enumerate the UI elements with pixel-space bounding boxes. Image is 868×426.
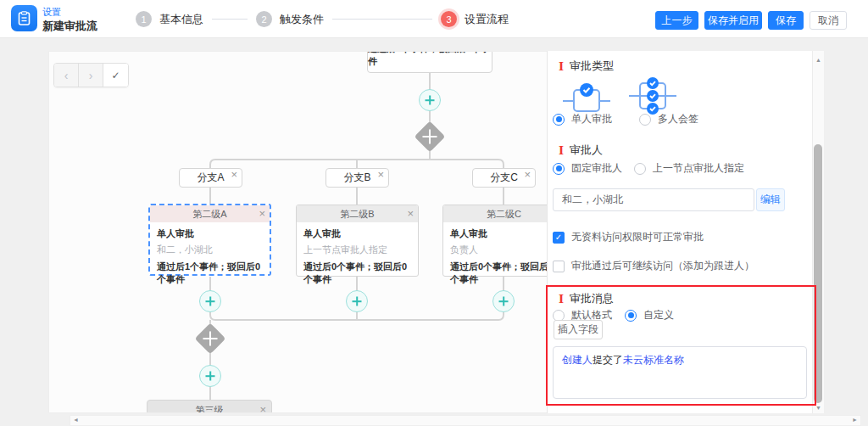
step-1-label: 基本信息 [159, 12, 203, 27]
radio-custom-format[interactable] [625, 310, 637, 322]
node-title: 第三级 [196, 404, 224, 414]
approval-type-section-title: I 审批类型 [559, 59, 614, 74]
card-events: 通过后1个事件；驳回后0个事件 [150, 256, 270, 286]
branch-merge-icon[interactable] [195, 323, 225, 354]
node-events-text: 通过后0个事件；驳回后0个事件 [368, 51, 492, 68]
step-2-label: 触发条件 [280, 12, 324, 27]
approval-type-options: 单人审批 多人会签 [553, 112, 698, 126]
approver-value: 和二，小湖北 [562, 193, 623, 207]
single-approval-icon [563, 79, 610, 113]
multi-countersign-icon [629, 75, 676, 115]
section-label: 审批消息 [570, 291, 614, 306]
add-node-button[interactable] [199, 290, 221, 312]
field-token: 未云标准名称 [623, 354, 684, 366]
prev-step-button[interactable]: 上一步 [655, 11, 698, 30]
no-permission-checkbox-row: ✓ 无资料访问权限时可正常审批 [553, 230, 704, 244]
card-assignee: 和二，小湖北 [150, 240, 270, 256]
required-icon: I [559, 293, 564, 305]
card-title: 第二级B [340, 208, 374, 221]
radio-label[interactable]: 固定审批人 [571, 161, 622, 176]
add-node-button[interactable] [492, 290, 515, 312]
add-node-button[interactable] [346, 290, 368, 312]
radio-single-approval[interactable] [553, 114, 565, 126]
approval-card-a[interactable]: 第二级A× 单人审批 和二，小湖北 通过后1个事件；驳回后0个事件 [148, 204, 271, 276]
step-3-circle: 3 [441, 11, 457, 27]
approver-section-title: I 审批人 [559, 143, 603, 158]
branch-label: 分支B [343, 171, 370, 185]
close-icon[interactable]: × [259, 208, 265, 219]
scroll-down-icon[interactable]: ▼ [815, 405, 821, 411]
checkbox-label[interactable]: 无资料访问权限时可正常审批 [571, 230, 704, 244]
card-events: 通过后0个事件；驳回后0个事件 [297, 256, 418, 286]
approval-message-section-title: I 审批消息 [559, 291, 614, 306]
app-logo-icon [11, 5, 37, 31]
section-label: 审批人 [570, 143, 603, 158]
card-assignee: 上一节点审批人指定 [297, 240, 418, 256]
radio-label[interactable]: 单人审批 [571, 112, 612, 126]
radio-multi-countersign[interactable] [639, 114, 651, 126]
step-3-label: 设置流程 [465, 12, 509, 27]
branch-split-icon[interactable] [415, 121, 445, 152]
radio-prev-node-approver[interactable] [634, 163, 646, 175]
field-token: 创建人 [562, 354, 593, 366]
step-indicator: 1 基本信息 2 触发条件 3 设置流程 [136, 0, 509, 38]
required-icon: I [559, 60, 564, 73]
step-divider [212, 19, 248, 20]
cancel-button[interactable]: 取消 [810, 11, 847, 30]
branch-label: 分支C [490, 171, 518, 185]
flow-node-level3[interactable]: 第三级 × [147, 400, 272, 413]
approver-input[interactable]: 和二，小湖北 [553, 188, 754, 211]
validate-button[interactable]: ✓ [103, 64, 128, 87]
card-title: 第二级A [192, 208, 226, 221]
checkbox-unchecked[interactable] [553, 261, 565, 272]
breadcrumb: 设置 [42, 6, 61, 19]
add-node-button[interactable] [419, 89, 441, 111]
close-icon[interactable]: × [377, 169, 384, 180]
undo-button[interactable]: ‹ [54, 64, 79, 87]
save-and-enable-button[interactable]: 保存并启用 [704, 11, 762, 30]
scroll-right-icon[interactable]: ► [852, 417, 858, 423]
radio-fixed-approver[interactable] [553, 163, 565, 175]
flow-node-level1[interactable]: 通过后0个事件；驳回后0个事件 [367, 51, 492, 73]
scroll-left-icon[interactable]: ◄ [73, 417, 79, 423]
config-panel: I 审批类型 单人审批 多人会签 I 审批人 固定审 [547, 51, 812, 413]
radio-label[interactable]: 多人会签 [658, 112, 698, 126]
branch-node-a[interactable]: 分支A × [179, 168, 242, 188]
approval-card-b[interactable]: 第二级B× 单人审批 上一节点审批人指定 通过后0个事件；驳回后0个事件 [296, 205, 419, 277]
card-title: 第二级C [487, 208, 521, 221]
close-icon[interactable]: × [231, 169, 237, 180]
add-node-button[interactable] [199, 365, 221, 387]
close-icon[interactable]: × [259, 404, 266, 413]
edit-approver-button[interactable]: 编辑 [756, 188, 785, 211]
step-trigger: 2 触发条件 [256, 11, 324, 27]
approver-options: 固定审批人 上一节点审批人指定 [553, 161, 744, 176]
scroll-up-icon[interactable]: ▲ [815, 57, 821, 63]
page-title: 新建审批流 [42, 19, 97, 34]
step-divider [332, 19, 432, 20]
horizontal-scrollbar-track[interactable] [70, 415, 861, 426]
card-type: 单人审批 [297, 222, 418, 240]
card-type: 单人审批 [150, 222, 270, 240]
panel-scrollbar-thumb[interactable] [814, 144, 822, 403]
required-icon: I [559, 144, 564, 157]
follow-checkbox-row: 审批通过后可继续访问（添加为跟进人） [553, 259, 754, 273]
save-button[interactable]: 保存 [768, 11, 804, 30]
message-textarea[interactable]: 创建人提交了未云标准名称 [553, 346, 807, 399]
branch-node-c[interactable]: 分支C × [472, 168, 536, 188]
branch-node-b[interactable]: 分支B × [326, 168, 389, 188]
close-icon[interactable]: × [407, 208, 414, 219]
checkbox-checked-icon[interactable]: ✓ [553, 232, 565, 244]
branch-label: 分支A [197, 171, 224, 185]
step-1-circle: 1 [136, 11, 152, 27]
step-basic-info: 1 基本信息 [136, 11, 203, 27]
radio-label[interactable]: 自定义 [643, 308, 674, 322]
section-label: 审批类型 [570, 59, 614, 74]
radio-label[interactable]: 上一节点审批人指定 [653, 161, 744, 176]
redo-button[interactable]: › [79, 64, 103, 87]
canvas-toolbar: ‹ › ✓ [53, 63, 129, 87]
checkbox-label[interactable]: 审批通过后可继续访问（添加为跟进人） [571, 259, 754, 273]
step-2-circle: 2 [256, 11, 272, 27]
insert-field-button[interactable]: 插入字段 [554, 320, 603, 339]
close-icon[interactable]: × [524, 169, 531, 180]
top-header: 设置 新建审批流 1 基本信息 2 触发条件 3 设置流程 上一步 保存并启用 … [0, 0, 868, 38]
